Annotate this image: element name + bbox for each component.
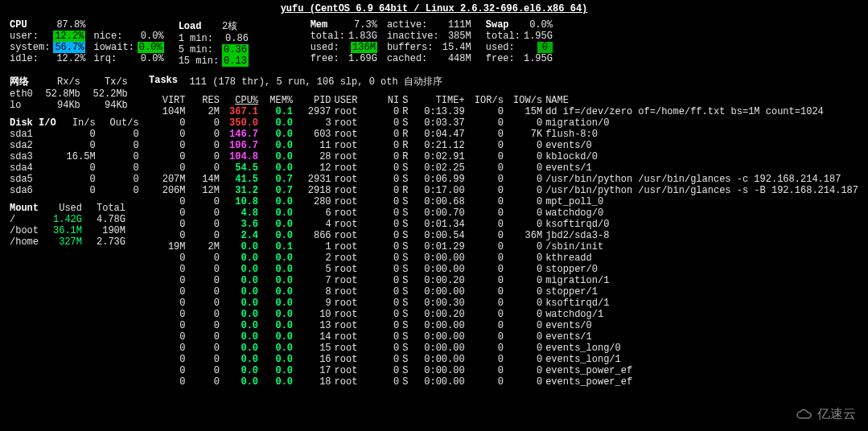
sidebar: 网络Rx/sTx/seth052.8Mb52.2Mblo94Kb94Kb Dis… <box>8 75 141 388</box>
mtotal-label: total: <box>309 31 347 42</box>
l15-val: 0.13 <box>222 55 249 67</box>
disk-row: sda600 <box>8 185 141 196</box>
proc-row[interactable]: 0 0 146.7 0.0 603 root 0 R 0:04.47 0 7K … <box>149 129 860 140</box>
proc-row[interactable]: 0 0 104.8 0.0 28 root 0 R 0:02.91 0 0 kb… <box>149 151 860 162</box>
cpu-title: CPU <box>8 19 51 31</box>
disk-row: sda400 <box>8 162 141 174</box>
user-label: user: <box>8 31 51 42</box>
proc-row[interactable]: 0 0 0.0 0.0 10 root 0 S 0:00.20 0 0 watc… <box>149 309 860 320</box>
tasks-panel: Tasks 111 (178 thr), 5 run, 106 slp, 0 o… <box>149 75 860 388</box>
load-panel: Load2核 1 min:0.86 5 min:0.36 15 min:0.13 <box>177 19 298 67</box>
proc-row[interactable]: 206M 12M 31.2 0.7 2918 root 0 R 0:17.00 … <box>149 185 860 196</box>
proc-row[interactable]: 19M 2M 0.0 0.1 1 root 0 S 0:01.29 0 0 /s… <box>149 241 860 252</box>
net-row: lo94Kb94Kb <box>8 100 130 111</box>
cpu-idle: 12.2% <box>51 53 87 64</box>
cpu-irq: 0.0% <box>136 53 166 64</box>
l1-val: 0.86 <box>220 33 250 44</box>
proc-row[interactable]: 0 0 0.0 0.0 9 root 0 S 0:00.30 0 0 ksoft… <box>149 298 860 309</box>
proc-row[interactable]: 0 0 0.0 0.0 7 root 0 S 0:00.20 0 0 migra… <box>149 275 860 286</box>
proc-row[interactable]: 0 0 2.4 0.0 866 root 0 S 0:00.54 0 36M j… <box>149 230 860 241</box>
mount-row: /boot36.1M190M <box>8 225 127 236</box>
proc-row[interactable]: 0 0 350.0 0.0 3 root 0 S 0:03.37 0 0 mig… <box>149 117 860 129</box>
idle-label: idle: <box>8 53 51 64</box>
proc-row[interactable]: 0 0 0.0 0.0 15 root 0 S 0:00.00 0 0 even… <box>149 343 860 354</box>
mem-active: 111M <box>441 19 473 31</box>
mem-total: 1.83G <box>347 31 379 42</box>
proc-row[interactable]: 104M 2M 367.1 0.1 2937 root 0 R 0:13.39 … <box>149 106 860 117</box>
disk-row: sda316.5M0 <box>8 151 141 162</box>
mem-free: 1.69G <box>347 53 379 64</box>
disk-row: sda500 <box>8 174 141 185</box>
proc-row[interactable]: 0 0 0.0 0.0 2 root 0 S 0:00.00 0 0 kthre… <box>149 252 860 264</box>
top-stats: CPU87.8% user:12.2%nice:0.0% system:56.7… <box>8 19 860 67</box>
active-label: active: <box>379 19 441 31</box>
proc-row[interactable]: 0 0 0.0 0.0 8 root 0 S 0:00.00 0 0 stopp… <box>149 286 860 298</box>
mem-title: Mem <box>309 19 347 31</box>
proc-row[interactable]: 0 0 10.8 0.0 280 root 0 S 0:00.68 0 0 mp… <box>149 196 860 207</box>
l1-label: 1 min: <box>177 33 220 44</box>
cpu-nice: 0.0% <box>136 31 166 42</box>
proc-row[interactable]: 0 0 0.0 0.0 5 root 0 S 0:00.00 0 0 stopp… <box>149 264 860 275</box>
load-title: Load <box>177 19 220 33</box>
header: yufu (CentOS 6.9 64bit / Linux 2.6.32-69… <box>8 3 860 14</box>
mused-label: used: <box>309 42 347 53</box>
iowait-label: iowait: <box>87 42 135 53</box>
disk-row: sda100 <box>8 129 141 140</box>
swap-pct: 0.0% <box>522 19 554 31</box>
cached-label: cached: <box>379 53 441 64</box>
load-cores: 2核 <box>220 19 250 33</box>
cpu-user: 12.2% <box>53 31 85 42</box>
tasks-summary: 111 (178 thr), 5 run, 106 slp, 0 oth 自动排… <box>189 75 442 88</box>
proc-row[interactable]: 0 0 0.0 0.0 14 root 0 S 0:00.00 0 0 even… <box>149 331 860 343</box>
swap-total: 1.95G <box>522 31 554 42</box>
net-row: eth052.8Mb52.2Mb <box>8 88 130 100</box>
proc-row[interactable]: 0 0 3.6 0.0 4 root 0 S 0:01.34 0 0 ksoft… <box>149 219 860 230</box>
proc-row[interactable]: 0 0 0.0 0.0 18 root 0 S 0:00.00 0 0 even… <box>149 376 860 388</box>
swap-used: 0 <box>537 42 553 53</box>
nice-label: nice: <box>87 31 135 42</box>
cpu-iowait: 0.0% <box>138 42 164 53</box>
cpu-pct: 87.8% <box>51 19 87 31</box>
mem-panel: Mem7.3%active:111M total:1.83Ginactive:3… <box>309 19 473 64</box>
mem-inactive: 385M <box>441 31 473 42</box>
proc-row[interactable]: 0 0 106.7 0.0 11 root 0 R 0:21.12 0 0 ev… <box>149 140 860 151</box>
net-table: 网络Rx/sTx/seth052.8Mb52.2Mblo94Kb94Kb <box>8 75 130 111</box>
mfree-label: free: <box>309 53 347 64</box>
proc-row[interactable]: 0 0 4.8 0.0 6 root 0 S 0:00.70 0 0 watch… <box>149 207 860 219</box>
mem-used: 136M <box>351 42 377 53</box>
inactive-label: inactive: <box>379 31 441 42</box>
cpu-panel: CPU87.8% user:12.2%nice:0.0% system:56.7… <box>8 19 166 64</box>
buffers-label: buffers: <box>379 42 441 53</box>
system-label: system: <box>8 42 51 53</box>
stotal-label: total: <box>484 31 522 42</box>
l15-label: 15 min: <box>177 55 220 67</box>
sused-label: used: <box>484 42 522 53</box>
proc-row[interactable]: 207M 14M 41.5 0.7 2931 root 0 S 0:06.99 … <box>149 174 860 185</box>
irq-label: irq: <box>87 53 135 64</box>
disk-table: Disk I/OIn/sOut/ssda100sda200sda316.5M0s… <box>8 117 141 196</box>
proc-row[interactable]: 0 0 54.5 0.0 12 root 0 S 0:02.25 0 0 eve… <box>149 162 860 174</box>
proc-table: VIRT RES CPU% MEM% PID USER NI S TIME+ I… <box>149 95 860 388</box>
disk-row: sda200 <box>8 140 141 151</box>
swap-panel: Swap0.0% total:1.95G used:0 free:1.95G <box>484 19 645 64</box>
tasks-title: Tasks <box>149 75 178 88</box>
sfree-label: free: <box>484 53 522 64</box>
swap-free: 1.95G <box>522 53 554 64</box>
mem-cached: 448M <box>441 53 473 64</box>
l5-val: 0.36 <box>222 44 249 55</box>
mem-buffers: 15.4M <box>441 42 473 53</box>
swap-title: Swap <box>484 19 522 31</box>
mem-pct: 7.3% <box>347 19 379 31</box>
proc-row[interactable]: 0 0 0.0 0.0 16 root 0 S 0:00.00 0 0 even… <box>149 354 860 365</box>
proc-row[interactable]: 0 0 0.0 0.0 17 root 0 S 0:00.00 0 0 even… <box>149 365 860 376</box>
l5-label: 5 min: <box>177 44 220 55</box>
mount-row: /home327M2.73G <box>8 236 127 248</box>
proc-row[interactable]: 0 0 0.0 0.0 13 root 0 S 0:00.00 0 0 even… <box>149 320 860 331</box>
mount-row: /1.42G4.78G <box>8 214 127 225</box>
mount-table: MountUsedTotal/1.42G4.78G/boot36.1M190M/… <box>8 203 127 248</box>
cpu-system: 56.7% <box>53 42 85 53</box>
